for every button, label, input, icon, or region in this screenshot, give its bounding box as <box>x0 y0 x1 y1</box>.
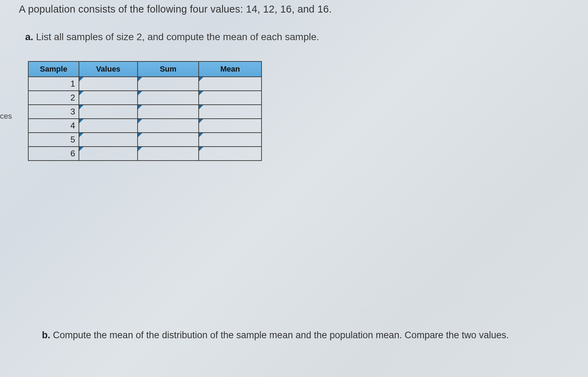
cell-sample-2: 2 <box>28 91 79 105</box>
table-row: 5 <box>28 133 262 147</box>
table-row: 1 <box>28 77 262 91</box>
part-b-text: Compute the mean of the distribution of … <box>53 330 509 340</box>
table-header-row: Sample Values Sum Mean <box>28 61 262 77</box>
header-mean: Mean <box>199 61 262 77</box>
question-page: ces A population consists of the followi… <box>0 0 588 377</box>
cell-sample-1: 1 <box>28 77 79 91</box>
part-b-label: b. <box>42 330 50 340</box>
input-flag-icon <box>138 133 142 137</box>
cell-sum-4[interactable] <box>138 119 199 133</box>
input-flag-icon <box>138 91 142 95</box>
cell-sum-1[interactable] <box>138 77 199 91</box>
input-flag-icon <box>79 77 83 81</box>
cell-sum-5[interactable] <box>138 133 199 147</box>
cell-values-6[interactable] <box>79 147 138 161</box>
cell-sample-6: 6 <box>28 147 79 161</box>
table-row: 3 <box>28 105 262 119</box>
cell-values-5[interactable] <box>79 133 138 147</box>
cell-values-3[interactable] <box>79 105 138 119</box>
cell-values-1[interactable] <box>79 77 138 91</box>
cell-mean-4[interactable] <box>199 119 262 133</box>
part-a-text: List all samples of size 2, and compute … <box>36 31 319 42</box>
input-flag-icon <box>79 119 83 123</box>
input-flag-icon <box>199 105 203 109</box>
input-flag-icon <box>79 133 83 137</box>
header-values: Values <box>79 61 138 77</box>
input-flag-icon <box>138 119 142 123</box>
input-flag-icon <box>199 133 203 137</box>
input-flag-icon <box>79 105 83 109</box>
cell-mean-1[interactable] <box>199 77 262 91</box>
cell-sum-6[interactable] <box>138 147 199 161</box>
header-sum: Sum <box>138 61 199 77</box>
part-a-prompt: a. List all samples of size 2, and compu… <box>25 31 319 43</box>
cell-mean-6[interactable] <box>199 147 262 161</box>
samples-table: Sample Values Sum Mean 1 2 3 <box>28 61 262 161</box>
cell-mean-2[interactable] <box>199 91 262 105</box>
cell-values-2[interactable] <box>79 91 138 105</box>
input-flag-icon <box>199 91 203 95</box>
cell-sample-3: 3 <box>28 105 79 119</box>
input-flag-icon <box>199 147 203 151</box>
cell-sample-4: 4 <box>28 119 79 133</box>
input-flag-icon <box>79 91 83 95</box>
cell-values-4[interactable] <box>79 119 138 133</box>
cutoff-text: ces <box>0 112 12 121</box>
part-a-label: a. <box>25 31 33 42</box>
table-row: 6 <box>28 147 262 161</box>
cell-sum-2[interactable] <box>138 91 199 105</box>
input-flag-icon <box>138 147 142 151</box>
input-flag-icon <box>138 105 142 109</box>
cell-sum-3[interactable] <box>138 105 199 119</box>
header-sample: Sample <box>28 61 79 77</box>
input-flag-icon <box>79 147 83 151</box>
cell-mean-5[interactable] <box>199 133 262 147</box>
part-b-prompt: b. Compute the mean of the distribution … <box>42 330 509 341</box>
input-flag-icon <box>138 77 142 81</box>
cell-sample-5: 5 <box>28 133 79 147</box>
input-flag-icon <box>199 119 203 123</box>
problem-statement: A population consists of the following f… <box>19 3 332 15</box>
table-row: 2 <box>28 91 262 105</box>
input-flag-icon <box>199 77 203 81</box>
cell-mean-3[interactable] <box>199 105 262 119</box>
table-row: 4 <box>28 119 262 133</box>
